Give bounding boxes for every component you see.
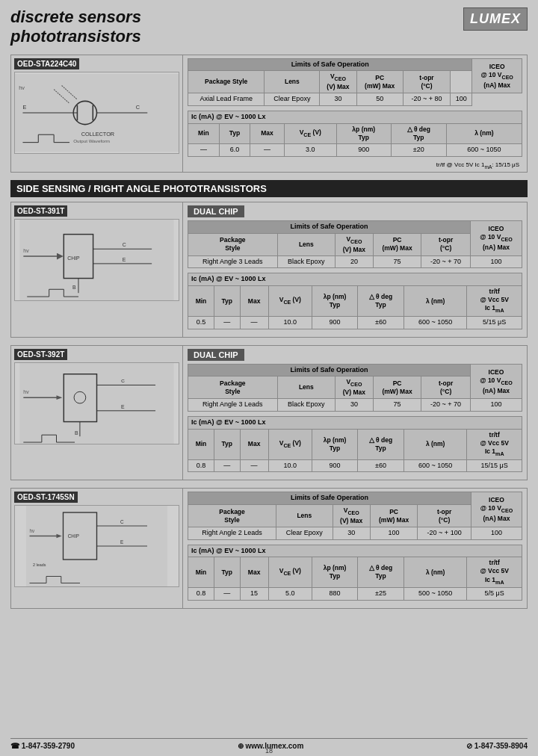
svg-text:E: E	[120, 540, 123, 545]
lp-4: 880	[312, 588, 358, 601]
lambda-3: 600 ~ 1050	[404, 459, 466, 472]
pc-header-2: PC(mW) Max	[373, 233, 421, 255]
product-diagram-1: COLLECTOR E C hv Output Waveform	[14, 72, 179, 154]
lens-val-4: Clear Epoxy	[276, 527, 333, 540]
typ-h3: Typ	[214, 429, 240, 459]
typ-h1: Typ	[219, 123, 250, 143]
vceo-val-1: 30	[320, 93, 356, 106]
ic-header-3: Ic (mA) @ EV ~ 1000 Lx	[188, 417, 522, 430]
svg-text:hv: hv	[23, 248, 29, 253]
pc-header-4: PC(mW) Max	[370, 505, 418, 527]
product-diagram-3: C E B hv	[14, 362, 179, 444]
vceo-val-4: 30	[333, 527, 370, 540]
dual-chip-label-2: DUAL CHIP	[188, 205, 244, 217]
vceo-header-1: VCEO(V) Max	[320, 71, 356, 93]
pc-val-3: 75	[373, 399, 421, 412]
product-diagram-2: CHIP C E B hv	[14, 219, 179, 301]
lp-h4: λp (nm)Typ	[312, 557, 358, 588]
pc-header-3: PC(mW) Max	[373, 377, 421, 399]
pc-val-1: 50	[356, 93, 403, 106]
vceo-header-4: VCEO(V) Max	[333, 505, 370, 527]
topr-header-2: t-opr(°C)	[421, 233, 471, 255]
vce-4: 5.0	[268, 588, 312, 601]
footer-fax: ⊘ 1-847-359-8904	[466, 742, 528, 750]
lp-2: 900	[312, 317, 358, 329]
ic-table-3: Ic (mA) @ EV ~ 1000 Lx Min Typ Max VCE (…	[188, 416, 522, 472]
theta-2: ±60	[357, 317, 404, 329]
pkg-header-4: PackageStyle	[188, 505, 276, 527]
dual-chip-label-3: DUAL CHIP	[188, 349, 244, 361]
trtf-4: 5/5 μS	[467, 588, 522, 601]
theta-h2: △ θ degTyp	[357, 286, 404, 317]
theta-3: ±60	[357, 459, 404, 472]
pc-header-1: PC(mW) Max	[356, 71, 403, 93]
limits-header-2: Limits of Safe Operation	[188, 221, 471, 234]
iceo-header-1: ICEO@ 10 VCEO(nA) Max	[472, 58, 522, 93]
safe-op-table-4: Limits of Safe Operation ICEO@ 10 VCEO(n…	[188, 492, 522, 539]
svg-text:C: C	[120, 520, 124, 525]
svg-rect-18	[19, 220, 173, 300]
topr-val-2: -20 ~ + 70	[421, 255, 471, 268]
lambda-h1: λ (nm)	[446, 123, 522, 143]
ic-row-3: 0.8 — — 10.0 900 ±60 600 ~ 1050 15/15 μS	[188, 459, 522, 472]
pkg-header-3: PackageStyle	[188, 377, 278, 399]
min-h3: Min	[188, 429, 214, 459]
typ-h2: Typ	[214, 286, 240, 317]
product-block-3: OED-ST-392T C E B hv	[10, 345, 528, 481]
ic-header-1: Ic (mA) @ EV ~ 1000 Lx	[188, 111, 522, 124]
title-line2: phototransistors	[10, 27, 141, 46]
vceo-val-2: 20	[335, 255, 373, 268]
vce-h2: VCE (V)	[268, 286, 312, 317]
product-id-2: OED-ST-391T	[14, 205, 67, 217]
lens-val-2: Black Epoxy	[277, 255, 335, 268]
svg-text:C: C	[121, 378, 125, 383]
header: discrete sensors phototransistors LUMEX	[10, 7, 528, 47]
ic-row-1: — 6.0 — 3.0 900 ±20 600 ~ 1050	[188, 143, 522, 156]
ic-header-4: Ic (mA) @ EV ~ 1000 Lx	[188, 545, 522, 557]
footer-phone1: ☎ 1-847-359-2790	[10, 742, 75, 750]
lambda-h2: λ (nm)	[404, 286, 466, 317]
page-title: discrete sensors phototransistors	[10, 7, 141, 47]
ic-row-2: 0.5 — — 10.0 900 ±60 600 ~ 1050 5/15 μS	[188, 317, 522, 329]
iceo-header-2: ICEO@ 10 VCEO(nA) Max	[470, 221, 522, 256]
product-right-2: DUAL CHIP Limits of Safe Operation ICEO@…	[183, 202, 527, 337]
ic-min-3: 0.8	[188, 459, 214, 472]
pkg-val-1: Axial Lead Frame	[188, 93, 265, 106]
trtf-h4: tr/tf@ Vcc 5VIc 1mA	[467, 557, 522, 588]
ic-header-2: Ic (mA) @ EV ~ 1000 Lx	[188, 273, 522, 286]
title-line1: discrete sensors	[10, 7, 141, 26]
product-diagram-4: CHIP C E hv 2 leads	[14, 505, 179, 587]
topr-val-3: -20 ~ + 70	[421, 399, 471, 412]
product-right-1: Limits of Safe Operation ICEO@ 10 VCEO(n…	[183, 55, 527, 172]
vce-h1: VCE (V)	[284, 123, 336, 143]
theta-h4: △ θ degTyp	[357, 557, 404, 588]
svg-text:C: C	[136, 104, 140, 111]
product-left-2: OED-ST-391T CHIP C E B hv	[11, 202, 183, 337]
iceo-val-2: 100	[470, 255, 522, 268]
iceo-val-4: 100	[471, 527, 522, 540]
lp-h2: λp (nm)Typ	[312, 286, 358, 317]
safe-op-row-4: Right Angle 2 Leads Clear Epoxy 30 100 -…	[188, 527, 522, 540]
logo: LUMEX	[463, 7, 528, 31]
safe-op-table-2: Limits of Safe Operation ICEO@ 10 VCEO(n…	[188, 220, 522, 268]
theta-h3: △ θ degTyp	[357, 429, 404, 459]
lp-3: 900	[312, 459, 358, 472]
product-right-4: Limits of Safe Operation ICEO@ 10 VCEO(n…	[183, 489, 527, 608]
ic-min-1: —	[188, 143, 220, 156]
max-h3: Max	[240, 429, 268, 459]
svg-text:B: B	[72, 285, 76, 290]
svg-text:hv: hv	[30, 528, 36, 533]
product-id-3: OED-ST-392T	[14, 349, 67, 360]
ic-typ-1: 6.0	[219, 143, 250, 156]
trtf-2: 5/15 μS	[467, 317, 522, 329]
limits-header-1: Limits of Safe Operation	[188, 58, 472, 71]
lp-h3: λp (nm)Typ	[312, 429, 358, 459]
iceo-header-3: ICEO@ 10 VCEO(nA) Max	[470, 364, 522, 399]
svg-text:E: E	[123, 257, 126, 262]
pc-val-2: 75	[373, 255, 421, 268]
min-h2: Min	[188, 286, 214, 317]
safe-op-row-1: Axial Lead Frame Clear Epoxy 30 50 -20 ~…	[188, 93, 522, 106]
product-id-4: OED-ST-1745SN	[14, 492, 78, 503]
lens-val-1: Clear Epoxy	[265, 93, 320, 106]
lambda-1: 600 ~ 1050	[446, 143, 522, 156]
